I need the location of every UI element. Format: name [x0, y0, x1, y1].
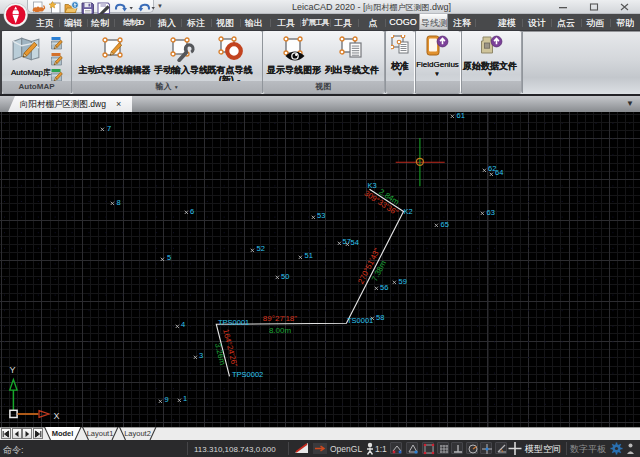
svg-text:X: X [54, 411, 60, 421]
svg-text:Y: Y [10, 365, 16, 375]
